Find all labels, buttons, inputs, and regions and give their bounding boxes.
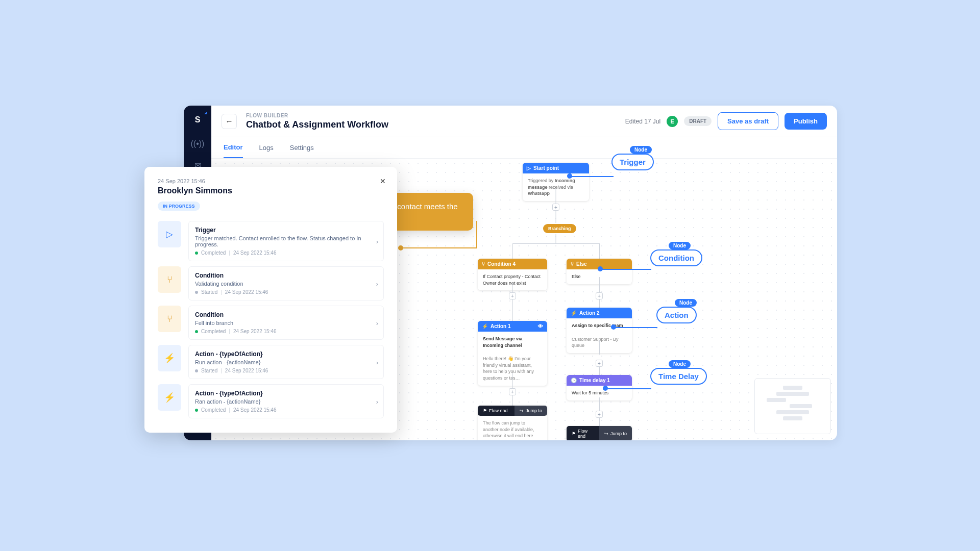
branch-icon: ⑂: [158, 266, 181, 293]
minimap[interactable]: [754, 378, 831, 434]
flag-icon: ⚑: [483, 408, 487, 413]
label-trigger: Node Trigger: [611, 144, 654, 170]
eye-icon: 👁: [538, 323, 543, 329]
node-flow-end-left[interactable]: ⚑Flow end ↪Jump to: [478, 406, 547, 416]
play-icon: ▷: [158, 221, 181, 247]
logo-icon: S: [190, 113, 205, 127]
back-button[interactable]: ←: [222, 114, 237, 129]
bolt-icon: ⚡: [158, 384, 181, 411]
breadcrumb: FLOW BUILDER: [246, 113, 388, 118]
node-flow-end-right[interactable]: ⚑Flow end ↪Jump to: [567, 426, 632, 440]
label-condition: Node Condition: [650, 240, 702, 266]
add-node-button[interactable]: +: [596, 292, 603, 299]
log-contact-name: Brooklyn Simmons: [158, 186, 384, 195]
add-node-button[interactable]: +: [509, 292, 516, 299]
log-item[interactable]: ⚡ Action - {typeOfAction} Run action - {…: [158, 345, 384, 379]
tab-editor[interactable]: Editor: [224, 137, 243, 158]
log-status-badge: IN PROGRESS: [158, 202, 200, 211]
chevron-right-icon: ›: [376, 397, 378, 405]
topbar: ← FLOW BUILDER Chatbot & Assignment Work…: [211, 106, 837, 137]
tab-logs[interactable]: Logs: [259, 138, 274, 158]
branch-icon: ⑂: [482, 261, 485, 267]
bolt-icon: ⚡: [158, 345, 181, 371]
branching-pill[interactable]: Branching: [543, 224, 576, 233]
close-icon[interactable]: ✕: [380, 177, 386, 185]
flag-icon: ⚑: [572, 431, 576, 436]
log-panel: 24 Sep 2022 15:46 Brooklyn Simmons ✕ IN …: [144, 167, 397, 433]
bolt-icon: ⚡: [482, 323, 488, 329]
bolt-icon: ⚡: [571, 310, 577, 316]
log-item[interactable]: ▷ Trigger Trigger matched. Contact enrol…: [158, 221, 384, 261]
log-item[interactable]: ⑂ Condition Validating condition Started…: [158, 266, 384, 300]
label-action: Node Action: [656, 297, 697, 323]
avatar[interactable]: E: [667, 116, 678, 127]
chevron-right-icon: ›: [376, 319, 378, 327]
node-time-delay[interactable]: 🕒Time delay 1 Wait for 5 minutes: [567, 375, 632, 400]
publish-button[interactable]: Publish: [785, 113, 827, 130]
branch-icon: ⑂: [571, 261, 574, 267]
clock-icon: 🕒: [571, 378, 577, 383]
log-item[interactable]: ⑂ Condition Fell into branch Completed|2…: [158, 306, 384, 340]
status-badge: DRAFT: [684, 116, 712, 126]
link-icon: ↪: [604, 431, 608, 436]
chevron-right-icon: ›: [376, 237, 378, 245]
log-date: 24 Sep 2022 15:46: [158, 178, 384, 184]
tabbar: Editor Logs Settings: [211, 137, 837, 159]
play-icon: ▷: [527, 165, 531, 171]
add-node-button[interactable]: +: [509, 388, 516, 395]
label-timedelay: Node Time Delay: [650, 359, 707, 385]
add-node-button[interactable]: +: [552, 204, 559, 211]
broadcast-icon[interactable]: ((•)): [191, 139, 205, 148]
chevron-right-icon: ›: [376, 280, 378, 287]
save-draft-button[interactable]: Save as draft: [718, 112, 778, 130]
link-icon: ↪: [520, 408, 524, 413]
tab-settings[interactable]: Settings: [290, 138, 314, 158]
page-title: Chatbot & Assignment Workflow: [246, 119, 388, 130]
branch-icon: ⑂: [158, 306, 181, 332]
chevron-right-icon: ›: [376, 358, 378, 366]
add-node-button[interactable]: +: [596, 411, 603, 418]
edited-label: Edited 17 Jul: [625, 118, 660, 125]
log-item[interactable]: ⚡ Action - {typeOfAction} Ran action - {…: [158, 384, 384, 418]
add-node-button[interactable]: +: [596, 360, 603, 367]
